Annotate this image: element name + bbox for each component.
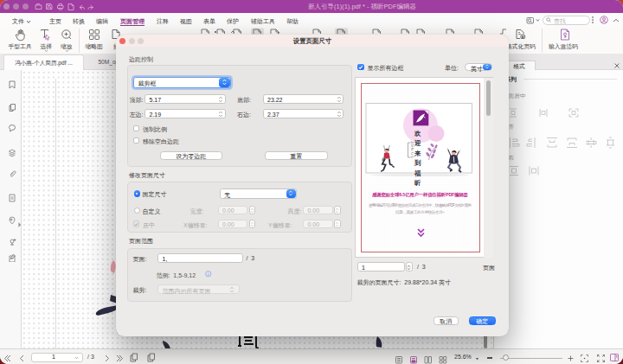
svg-text:欢: 欢: [414, 130, 421, 137]
svg-text:JOIN US: JOIN US: [410, 141, 414, 158]
svg-text:感谢您如全球6.5亿用户一样信任福昕PDF编辑器: 感谢您如全球6.5亿用户一样信任福昕PDF编辑器: [372, 192, 469, 198]
svg-text:问题，高效工作方便快乐生活~: 问题，高效工作方便快乐生活~: [395, 209, 445, 215]
svg-text:使用编辑器可以帮助您自在完成工作生活中，快速解决PDF文档方: 使用编辑器可以帮助您自在完成工作生活中，快速解决PDF文档方面的: [369, 202, 472, 208]
svg-text:昕: 昕: [414, 179, 421, 187]
svg-text:到: 到: [414, 159, 421, 167]
svg-text:福: 福: [414, 169, 421, 177]
